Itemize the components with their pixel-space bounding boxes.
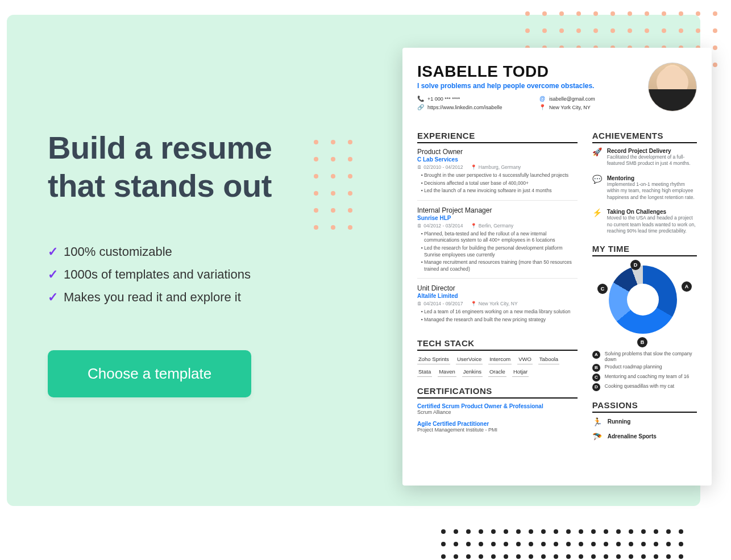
contact-linkedin: 🔗https://www.linkedin.com/isabelle xyxy=(417,104,516,110)
check-icon: ✓ xyxy=(48,244,58,259)
job-bullet: Led the research for building the person… xyxy=(424,245,578,258)
job-title: Unit Director xyxy=(417,284,578,292)
legend-label: B xyxy=(592,364,600,372)
legend-label: D xyxy=(592,383,600,391)
passion-label: Adrenaline Sports xyxy=(608,433,657,439)
bullet-text: 1000s of templates and variations xyxy=(64,267,251,282)
legend-text: Solving problems that slow the company d… xyxy=(605,351,697,362)
job-dates: 🗓 04/2012 - 03/2014 xyxy=(417,223,463,229)
job-location: 📍 Hamburg, Germany xyxy=(471,164,521,170)
tech-tag: Taboola xyxy=(538,355,559,364)
achievement-title: Mentoring xyxy=(607,175,697,181)
tech-tag: Stata xyxy=(417,368,432,377)
job-dates: 🗓 04/2014 - 09/2017 xyxy=(417,301,463,306)
job-company: Sunrise HLP xyxy=(417,215,578,221)
contact-phone: 📞+1 000 *** **** xyxy=(417,96,516,102)
achievement-title: Taking On Challenges xyxy=(607,209,697,215)
tech-tag: Oracle xyxy=(488,368,506,377)
tech-tag: Intercom xyxy=(488,355,512,364)
contact-location: 📍New York City, NY xyxy=(539,104,638,110)
tech-tag: Hotjar xyxy=(512,368,529,377)
tech-tag: UserVoice xyxy=(456,355,483,364)
mytime-legend: ASolving problems that slow the company … xyxy=(592,351,697,391)
job-entry: Unit Director Altalife Limited 🗓 04/2014… xyxy=(417,284,578,329)
job-bullet: Planned, beta-tested and led the rollout… xyxy=(424,231,578,244)
cert-entry: Certified Scrum Product Owner & Professi… xyxy=(417,403,578,415)
passion-entry: 🪂Adrenaline Sports xyxy=(592,432,697,441)
cert-org: Project Management Institute - PMI xyxy=(417,427,578,433)
achievement-icon: ⚡ xyxy=(592,209,601,234)
title-line-2: that stands out xyxy=(48,168,272,204)
location-icon: 📍 xyxy=(539,104,546,110)
hero-title: Build a resume that stands out xyxy=(48,128,343,205)
legend-row: ASolving problems that slow the company … xyxy=(592,351,697,362)
choose-template-button[interactable]: Choose a template xyxy=(48,350,251,397)
tech-tag: Zoho Sprints xyxy=(417,355,450,364)
achievement-desc: Facilitated the development of a full-fe… xyxy=(607,154,697,167)
passion-entry: 🏃Running xyxy=(592,417,697,426)
bullet-text: Makes you read it and explore it xyxy=(64,290,241,305)
legend-row: BProduct roadmap planning xyxy=(592,364,697,372)
job-entry: Internal Project Manager Sunrise HLP 🗓 0… xyxy=(417,206,578,279)
legend-text: Product roadmap planning xyxy=(605,364,662,370)
cert-entry: Agile Certified PractitionerProject Mana… xyxy=(417,421,578,433)
job-bullet: Brought in the user perspective to 4 suc… xyxy=(424,172,578,179)
donut-label-d: D xyxy=(630,260,641,270)
tech-tag: VWO xyxy=(517,355,533,364)
legend-label: C xyxy=(592,374,600,381)
title-line-1: Build a resume xyxy=(48,130,272,165)
at-icon: @ xyxy=(539,96,546,102)
legend-row: CMentoring and coaching my team of 16 xyxy=(592,374,697,381)
feature-bullet: ✓ 1000s of templates and variations xyxy=(48,267,343,282)
job-bullet: Led a team of 16 engineers working on a … xyxy=(424,309,578,316)
job-location: 📍 New York City, NY xyxy=(471,301,517,306)
donut-label-c: C xyxy=(597,284,608,294)
tech-tag: Jenkins xyxy=(462,368,483,377)
achievement-desc: Implemented 1-on-1 meeting rhythm within… xyxy=(607,181,697,201)
donut-label-b: B xyxy=(637,337,647,347)
section-title-certs: CERTIFICATIONS xyxy=(417,386,578,399)
section-title-mytime: MY TIME xyxy=(592,244,697,256)
achievement-icon: 🚀 xyxy=(592,148,601,167)
cert-name: Agile Certified Practitioner xyxy=(417,421,578,427)
achievement-entry: 🚀Record Project DeliveryFacilitated the … xyxy=(592,148,697,167)
legend-label: A xyxy=(592,351,600,359)
section-title-experience: EXPERIENCE xyxy=(417,131,578,143)
resume-tagline: I solve problems and help people overcom… xyxy=(417,82,638,90)
achievement-entry: ⚡Taking On ChallengesMoved to the USA an… xyxy=(592,209,697,234)
legend-text: Cooking quesadillas with my cat xyxy=(605,383,674,389)
link-icon: 🔗 xyxy=(417,104,424,110)
resume-preview: ISABELLE TODD I solve problems and help … xyxy=(402,48,712,486)
job-location: 📍 Berlin, Germany xyxy=(471,223,513,229)
achievement-entry: 💬MentoringImplemented 1-on-1 meeting rhy… xyxy=(592,175,697,201)
marketing-column: Build a resume that stands out ✓ 100% cu… xyxy=(48,128,343,397)
passion-icon: 🏃 xyxy=(592,417,602,426)
decorative-dots-bottom xyxy=(441,529,686,560)
feature-bullet: ✓ 100% customizable xyxy=(48,244,343,259)
job-entry: Product Owner C Lab Services 🗓 02/2010 -… xyxy=(417,148,578,201)
contact-email: @isabelle@gmail.com xyxy=(539,96,638,102)
achievement-icon: 💬 xyxy=(592,175,601,201)
job-bullet: Manage recruitment and resources trainin… xyxy=(424,259,578,272)
passion-label: Running xyxy=(608,418,631,425)
achievement-desc: Moved to the USA and headed a project no… xyxy=(607,215,697,234)
feature-bullets: ✓ 100% customizable ✓ 1000s of templates… xyxy=(48,244,343,305)
avatar xyxy=(648,63,697,111)
resume-name: ISABELLE TODD xyxy=(417,63,638,81)
cert-name: Certified Scrum Product Owner & Professi… xyxy=(417,403,578,409)
section-title-passions: PASSIONS xyxy=(592,400,697,413)
feature-bullet: ✓ Makes you read it and explore it xyxy=(48,290,343,305)
check-icon: ✓ xyxy=(48,267,58,282)
job-title: Product Owner xyxy=(417,148,578,156)
passion-icon: 🪂 xyxy=(592,432,602,441)
legend-row: DCooking quesadillas with my cat xyxy=(592,383,697,391)
bullet-text: 100% customizable xyxy=(64,244,172,259)
donut-label-a: A xyxy=(682,281,692,292)
hero-panel: Build a resume that stands out ✓ 100% cu… xyxy=(7,15,700,506)
achievement-title: Record Project Delivery xyxy=(607,148,697,154)
job-bullet: Managed the research and built the new p… xyxy=(424,317,578,323)
job-dates: 🗓 02/2010 - 04/2012 xyxy=(417,164,463,170)
section-title-achievements: ACHIEVEMENTS xyxy=(592,131,697,143)
cert-org: Scrum Alliance xyxy=(417,409,578,415)
job-company: C Lab Services xyxy=(417,156,578,163)
